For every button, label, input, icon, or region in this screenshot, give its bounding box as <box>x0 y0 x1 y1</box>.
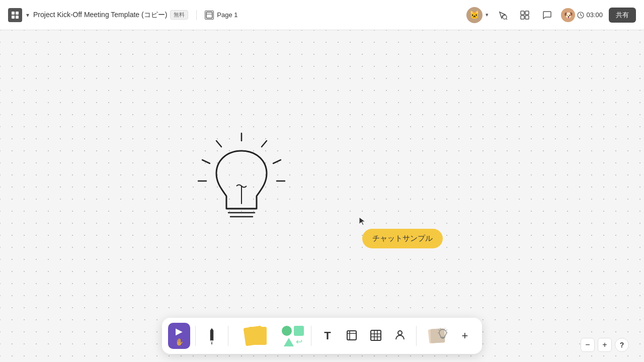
svg-line-18 <box>216 141 221 147</box>
free-badge: 無料 <box>170 10 188 20</box>
header: ▾ Project Kick-Off Meeting Template (コピー… <box>0 0 644 30</box>
text-icon: T <box>324 329 331 342</box>
toolbar-divider-1 <box>195 326 196 346</box>
help-button[interactable]: ? <box>615 338 629 352</box>
svg-rect-1 <box>16 12 19 15</box>
svg-line-19 <box>202 160 210 163</box>
header-right: 🐱 ▾ 🐶 <box>466 7 636 23</box>
title-area: Project Kick-Off Meeting Template (コピー) … <box>33 10 188 20</box>
svg-rect-3 <box>16 16 19 19</box>
doc-title: Project Kick-Off Meeting Template (コピー) <box>33 11 167 20</box>
pen-tool-button[interactable] <box>201 323 223 349</box>
triangle-shape-icon <box>284 338 294 346</box>
layout-icon[interactable] <box>517 7 533 23</box>
svg-line-40 <box>445 328 445 329</box>
collaboration-icon[interactable] <box>495 7 511 23</box>
svg-line-16 <box>262 141 267 147</box>
toolbar-divider-3 <box>311 326 311 346</box>
avatar-chevron[interactable]: ▾ <box>486 12 489 18</box>
pointer-tool-button[interactable]: ▶ ✋ <box>168 323 190 349</box>
chat-icon[interactable] <box>539 7 555 23</box>
svg-rect-10 <box>521 16 524 19</box>
svg-line-7 <box>506 19 507 20</box>
rect-shape-icon <box>294 326 304 336</box>
svg-rect-28 <box>347 331 356 340</box>
page-label: Page 1 <box>217 11 237 19</box>
sticky-note-tool-button[interactable] <box>233 323 278 349</box>
header-divider <box>196 10 197 20</box>
svg-marker-26 <box>210 340 213 342</box>
bottom-toolbar: ▶ ✋ ↩ <box>162 318 482 354</box>
toolbar-divider-4 <box>416 326 417 346</box>
page-area[interactable]: Page 1 <box>205 11 237 20</box>
timer-area: 🐶 03:00 <box>561 8 603 22</box>
add-tool-button[interactable]: + <box>454 323 476 349</box>
svg-rect-11 <box>525 16 529 19</box>
svg-line-42 <box>446 330 447 330</box>
plus-icon: + <box>462 329 468 342</box>
zoom-out-button[interactable]: − <box>581 338 595 352</box>
svg-rect-8 <box>521 11 524 15</box>
zoom-controls: − + ? <box>581 338 629 352</box>
frame-tool-button[interactable] <box>341 323 363 349</box>
pointer-group: ▶ ✋ <box>168 323 190 349</box>
person-tool-button[interactable] <box>389 323 411 349</box>
chat-bubble-text: チャットサンプル <box>372 234 433 242</box>
svg-point-6 <box>503 15 507 19</box>
mouse-cursor <box>358 216 366 224</box>
app-icon[interactable] <box>8 8 22 22</box>
svg-line-14 <box>581 15 582 16</box>
timer-display: 03:00 <box>586 11 603 19</box>
toolbar-divider-2 <box>228 326 228 346</box>
table-icon <box>370 329 382 343</box>
svg-rect-31 <box>371 330 381 340</box>
page-icon <box>205 11 214 20</box>
sticky-front <box>249 327 267 345</box>
user-avatar[interactable]: 🐶 <box>561 8 575 22</box>
template-lightbulb-icon <box>438 328 448 341</box>
svg-line-43 <box>439 330 440 330</box>
templates-button[interactable] <box>422 323 452 349</box>
share-button[interactable]: 共有 <box>609 8 636 23</box>
chevron-down-icon[interactable]: ▾ <box>26 12 29 19</box>
person-icon <box>394 329 406 343</box>
lightbulb-drawing <box>191 131 292 243</box>
svg-line-41 <box>440 328 441 329</box>
svg-point-36 <box>398 331 402 335</box>
pointer-arrow-icon: ▶ <box>176 326 183 337</box>
svg-rect-2 <box>12 16 15 19</box>
circle-shape-icon <box>282 326 292 336</box>
shapes-tool-button[interactable]: ↩ <box>280 323 306 349</box>
svg-rect-4 <box>206 12 212 18</box>
text-tool-button[interactable]: T <box>316 323 339 349</box>
avatar-button[interactable]: 🐱 <box>466 7 482 23</box>
timer-icon <box>577 12 584 19</box>
hand-icon: ✋ <box>175 338 184 346</box>
table-tool-button[interactable] <box>365 323 387 349</box>
arrow-shape-icon: ↩ <box>296 338 302 346</box>
pen-icon <box>206 326 218 346</box>
frame-icon <box>346 329 358 343</box>
chat-bubble: チャットサンプル <box>362 229 443 248</box>
svg-rect-0 <box>12 12 15 15</box>
header-left: ▾ Project Kick-Off Meeting Template (コピー… <box>8 8 466 22</box>
zoom-in-button[interactable]: + <box>598 338 612 352</box>
canvas[interactable]: チャットサンプル <box>0 30 644 362</box>
svg-rect-9 <box>525 11 529 15</box>
svg-line-17 <box>273 160 281 163</box>
